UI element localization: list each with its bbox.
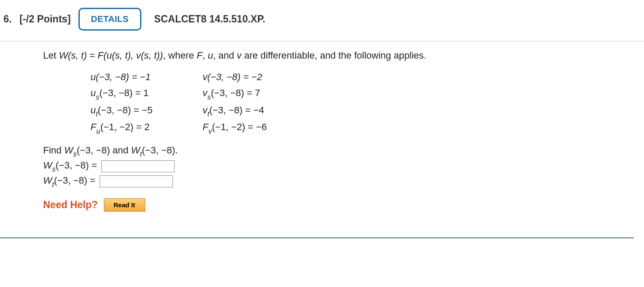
eq-v-text: v(−3, −8) = −2 <box>203 72 262 82</box>
answer-row-wt: Wt(−3, −8) = <box>43 175 634 187</box>
prompt-eq-rhs: = F(u(s, t), v(s, t)) <box>87 50 163 61</box>
find-wt-fn: W <box>131 145 140 156</box>
find-prefix: Find <box>43 145 64 156</box>
eq-vs: vs(−3, −8) = 7 <box>203 85 289 102</box>
eq-row-3: ut(−3, −8) = −5 vt(−3, −8) = −4 <box>91 102 634 119</box>
eq-vt-sub: t <box>207 110 209 118</box>
eq-us: us(−3, −8) = 1 <box>91 85 177 102</box>
prompt-eq-lhs: W(s, t) <box>59 50 87 61</box>
points-label: [-/2 Points] <box>19 13 71 25</box>
problem-prompt: Let W(s, t) = F(u(s, t), v(s, t)), where… <box>43 50 634 61</box>
find-instruction: Find Ws(−3, −8) and Wt(−3, −8). <box>43 145 634 157</box>
eq-fu-fn: F <box>91 122 96 132</box>
question-header: 6. [-/2 Points] DETAILS SCALCET8 14.5.51… <box>0 0 644 41</box>
eq-row-2: us(−3, −8) = 1 vs(−3, −8) = 7 <box>91 85 634 102</box>
eq-ut-rest: (−3, −8) = −5 <box>98 105 153 115</box>
given-values: u(−3, −8) = −1 v(−3, −8) = −2 us(−3, −8)… <box>91 69 634 136</box>
eq-vt-fn: v <box>203 105 207 115</box>
eq-fu-rest: (−1, −2) = 2 <box>100 122 150 132</box>
answer-row-ws: Ws(−3, −8) = <box>43 160 634 172</box>
eq-fv: Fv(−1, −2) = −6 <box>203 119 289 136</box>
eq-fv-rest: (−1, −2) = −6 <box>212 122 267 132</box>
eq-ut: ut(−3, −8) = −5 <box>91 102 177 119</box>
eq-us-sub: s <box>96 93 99 101</box>
ans1-fn: W <box>43 160 52 171</box>
ans2-fn: W <box>43 175 52 186</box>
find-ws-fn: W <box>64 145 73 156</box>
find-ws-arg: (−3, −8) <box>77 145 110 156</box>
eq-row-4: Fu(−1, −2) = 2 Fv(−1, −2) = −6 <box>91 119 634 136</box>
answer-wt-label: Wt(−3, −8) = <box>43 175 95 187</box>
prompt-text-prefix: Let <box>43 50 59 61</box>
find-and: and <box>110 145 131 156</box>
answer-wt-input[interactable] <box>100 175 173 187</box>
eq-vt-rest: (−3, −8) = −4 <box>209 105 264 115</box>
eq-fu-sub: u <box>96 127 100 135</box>
eq-ut-sub: t <box>96 110 98 118</box>
eq-vs-rest: (−3, −8) = 7 <box>211 87 260 98</box>
ans2-sub: t <box>52 181 54 188</box>
need-help-label: Need Help? <box>43 199 98 211</box>
answer-ws-label: Ws(−3, −8) = <box>43 160 97 172</box>
prompt-text-suffix: , where F, u, and v are differentiable, … <box>163 50 426 61</box>
eq-fv-fn: F <box>203 122 208 132</box>
answer-ws-input[interactable] <box>101 160 175 172</box>
eq-vt: vt(−3, −8) = −4 <box>203 102 289 119</box>
eq-us-fn: u <box>91 87 96 98</box>
find-wt-arg: (−3, −8). <box>142 145 178 156</box>
read-it-button[interactable]: Read It <box>104 198 145 212</box>
eq-v: v(−3, −8) = −2 <box>203 69 289 85</box>
eq-u-text: u(−3, −8) = −1 <box>91 72 150 82</box>
question-content: Let W(s, t) = F(u(s, t), v(s, t)), where… <box>0 41 634 238</box>
ans2-rest: (−3, −8) = <box>54 175 95 186</box>
question-number: 6. <box>3 13 12 25</box>
eq-u: u(−3, −8) = −1 <box>91 69 177 85</box>
eq-vs-fn: v <box>203 87 207 98</box>
eq-fu: Fu(−1, −2) = 2 <box>91 119 177 136</box>
ans1-rest: (−3, −8) = <box>56 160 97 171</box>
eq-vs-sub: s <box>207 93 211 101</box>
eq-fv-sub: v <box>208 127 212 135</box>
details-button[interactable]: DETAILS <box>78 8 141 31</box>
ans1-sub: s <box>52 165 56 173</box>
find-ws-sub: s <box>73 150 77 158</box>
question-reference: SCALCET8 14.5.510.XP. <box>154 13 266 25</box>
eq-ut-fn: u <box>91 105 96 115</box>
help-section: Need Help? Read It <box>43 198 634 212</box>
eq-row-1: u(−3, −8) = −1 v(−3, −8) = −2 <box>91 69 634 85</box>
find-wt-sub: t <box>140 150 142 158</box>
eq-us-rest: (−3, −8) = 1 <box>100 87 149 98</box>
